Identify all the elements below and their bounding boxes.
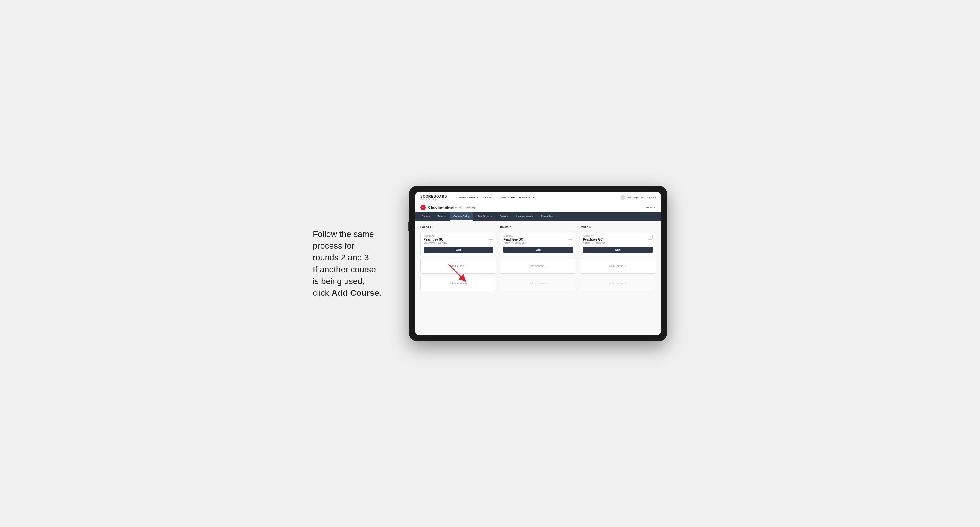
add-course-r2-text1: Add Course + (529, 264, 547, 268)
user-avatar (620, 195, 625, 200)
round-1-column: Round 1 (Course A) Peachtree GC Yellow (… (420, 225, 496, 291)
tab-teams[interactable]: Teams (434, 212, 449, 221)
instruction-panel: Follow the same process for rounds 2 and… (313, 228, 397, 299)
course-tag-r1: (Course A) (423, 235, 447, 237)
tablet-screen: SCOREBOARD Powered by clippd TOURNAMENTS… (415, 192, 661, 335)
add-course-r1-text2: Add Course + (450, 282, 467, 285)
logo-sub-text: Powered by clippd (420, 198, 447, 200)
add-course-r2-slot2: Add Course + (500, 276, 576, 291)
course-info-r3: (Course A) Peachtree GC Yellow (M) (6629… (583, 235, 606, 246)
tournament-gender: (Men) (455, 206, 463, 209)
course-name-r2: Peachtree GC (503, 238, 527, 241)
course-tag-r3: (Course A) (583, 235, 606, 237)
edit-course-r2-button[interactable]: Edit (503, 247, 573, 253)
plus-icon-r2-1: + (545, 264, 547, 268)
sub-header: C Clippd Invitational (Men) Hosting Canc… (415, 203, 661, 212)
nav-teams[interactable]: TEAMS (483, 195, 493, 200)
tab-printables[interactable]: Printables (537, 212, 557, 221)
add-course-r3-text2: Add Course + (609, 282, 627, 285)
scoreboard-logo: SCOREBOARD Powered by clippd (420, 195, 447, 200)
card-header-row-r2: (Course A) Peachtree GC Yellow (M) (6629… (503, 235, 573, 246)
instruction-line1: Follow the same (313, 229, 374, 239)
tab-results[interactable]: Results (496, 212, 512, 221)
edit-course-r3-button[interactable]: Edit (583, 247, 652, 253)
add-course-r3-slot2: Add Course + (580, 276, 656, 291)
plus-icon-r1-2: + (465, 282, 467, 285)
clippd-icon: C (420, 205, 426, 210)
course-details-r2: Yellow (M) (6629 yds) (503, 241, 527, 244)
add-course-r1-slot1[interactable]: Add Course + (420, 259, 496, 273)
cancel-button[interactable]: Cancel ✕ (644, 206, 656, 209)
tab-leaderboards[interactable]: Leaderboards (513, 212, 537, 221)
tab-details[interactable]: Details (418, 212, 434, 221)
tabs-bar: Details Teams Course Setup Tee Groups Re… (415, 212, 661, 221)
close-icon: ✕ (654, 206, 656, 209)
round-3-column: Round 3 (Course A) Peachtree GC Yellow (… (580, 225, 656, 291)
tab-course-setup[interactable]: Course Setup (450, 212, 474, 221)
delete-course-r1[interactable]: ○ (488, 235, 493, 240)
plus-icon-r1-1: + (465, 264, 467, 268)
instruction-line4: If another course (313, 265, 376, 274)
instruction-bold: Add Course. (331, 288, 381, 298)
card-header-row: (Course A) Peachtree GC Yellow (M) (6629… (423, 235, 493, 246)
plus-icon-r2-2: + (545, 282, 547, 285)
rounds-grid: Round 1 (Course A) Peachtree GC Yellow (… (420, 225, 656, 291)
course-details-r1: Yellow (M) (6629 yds) (423, 241, 447, 244)
course-info-r2: (Course A) Peachtree GC Yellow (M) (6629… (503, 235, 527, 246)
nav-links: TOURNAMENTS TEAMS COMMITTEE RANKINGS (456, 195, 614, 200)
tablet-frame: SCOREBOARD Powered by clippd TOURNAMENTS… (409, 186, 667, 341)
add-course-r2-slot1[interactable]: Add Course + (500, 259, 576, 273)
user-email: blair@clippd.io (627, 196, 643, 199)
nav-tournaments[interactable]: TOURNAMENTS (456, 195, 479, 200)
add-course-r1-slot2[interactable]: Add Course + (420, 276, 496, 291)
plus-icon-r3-1: + (625, 264, 627, 268)
main-content: Round 1 (Course A) Peachtree GC Yellow (… (415, 221, 661, 335)
delete-course-r2[interactable]: ○ (568, 235, 573, 240)
page-wrapper: Follow the same process for rounds 2 and… (280, 186, 700, 341)
course-details-r3: Yellow (M) (6629 yds) (583, 241, 606, 244)
instruction-line2: process for (313, 241, 355, 251)
round-2-label: Round 2 (500, 225, 576, 229)
course-tag-r2: (Course A) (503, 235, 527, 237)
hosting-badge: Hosting (465, 206, 476, 209)
sign-out-link[interactable]: Sign out (647, 196, 656, 199)
course-name-r3: Peachtree GC (583, 238, 606, 241)
add-course-r3-slot1[interactable]: Add Course + (580, 259, 656, 273)
nav-rankings[interactable]: RANKINGS (519, 195, 535, 200)
separator: | (645, 196, 645, 199)
delete-course-r3[interactable]: ○ (648, 235, 652, 240)
add-course-r2-text2: Add Course + (529, 282, 547, 285)
round-2-column: Round 2 (Course A) Peachtree GC Yellow (… (500, 225, 576, 291)
add-course-r1-text1: Add Course + (450, 264, 467, 268)
plus-icon-r3-2: + (625, 282, 627, 285)
logo-main-text: SCOREBOARD (420, 195, 447, 198)
instruction-line5: is being used, (313, 276, 365, 286)
nav-right: blair@clippd.io | Sign out (620, 195, 656, 200)
tab-tee-groups[interactable]: Tee Groups (474, 212, 495, 221)
top-nav: SCOREBOARD Powered by clippd TOURNAMENTS… (415, 192, 661, 203)
course-info: (Course A) Peachtree GC Yellow (M) (6629… (423, 235, 447, 246)
course-name-r1: Peachtree GC (423, 238, 447, 241)
round-2-course-card: (Course A) Peachtree GC Yellow (M) (6629… (500, 232, 576, 256)
round-3-label: Round 3 (580, 225, 656, 229)
tablet-side-button (408, 222, 409, 231)
round-1-course-card: (Course A) Peachtree GC Yellow (M) (6629… (420, 232, 496, 256)
card-header-row-r3: (Course A) Peachtree GC Yellow (M) (6629… (583, 235, 652, 246)
round-3-course-card: (Course A) Peachtree GC Yellow (M) (6629… (580, 232, 656, 256)
nav-committee[interactable]: COMMITTEE (498, 195, 515, 200)
round-1-label: Round 1 (420, 225, 496, 229)
edit-course-r1-button[interactable]: Edit (423, 247, 493, 253)
instruction-line6: click (313, 288, 331, 298)
instruction-line3: rounds 2 and 3. (313, 253, 371, 262)
tournament-name: Clippd Invitational (428, 206, 454, 209)
add-course-r3-text1: Add Course + (609, 264, 627, 268)
